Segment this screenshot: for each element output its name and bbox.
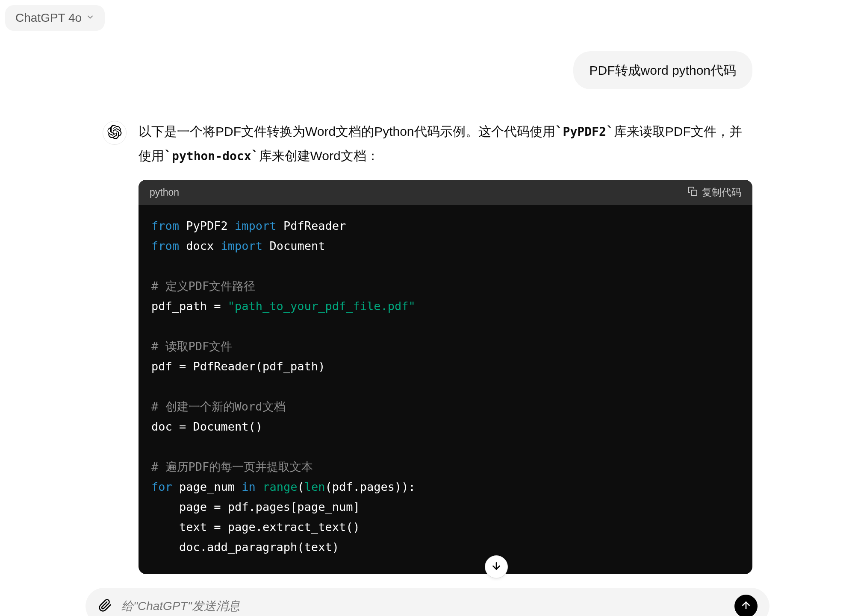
model-name: ChatGPT 4o: [15, 11, 82, 25]
copy-icon: [687, 186, 698, 199]
assistant-intro-pre: 以下是一个将PDF文件转换为Word文档的Python代码示例。这个代码使用: [139, 124, 555, 138]
code-header: python 复制代码: [139, 180, 752, 205]
code-language-label: python: [150, 187, 179, 198]
code-content: from PyPDF2 import PdfReader from docx i…: [151, 216, 740, 557]
user-message: PDF转成word python代码: [573, 51, 752, 89]
assistant-avatar: [103, 121, 127, 145]
model-selector[interactable]: ChatGPT 4o: [5, 5, 105, 31]
copy-code-button[interactable]: 复制代码: [687, 186, 741, 199]
code-block: python 复制代码 from PyPDF2 import PdfReader…: [139, 180, 752, 574]
assistant-lib1: PyPDF2: [563, 125, 606, 139]
openai-logo-icon: [107, 125, 122, 141]
composer: [86, 588, 770, 616]
assistant-content: 以下是一个将PDF文件转换为Word文档的Python代码示例。这个代码使用`P…: [139, 119, 752, 574]
copy-code-label: 复制代码: [702, 186, 741, 199]
assistant-lib2: python-docx: [172, 149, 251, 163]
attach-button[interactable]: [97, 598, 113, 614]
send-button[interactable]: [734, 595, 758, 616]
assistant-intro: 以下是一个将PDF文件转换为Word文档的Python代码示例。这个代码使用`P…: [139, 119, 752, 168]
arrow-down-icon: [491, 560, 502, 573]
assistant-intro-post: 库来创建Word文档：: [259, 149, 379, 163]
chevron-down-icon: [86, 13, 94, 23]
arrow-up-icon: [740, 600, 752, 613]
assistant-message-row: 以下是一个将PDF文件转换为Word文档的Python代码示例。这个代码使用`P…: [103, 119, 752, 574]
conversation: PDF转成word python代码 以下是一个将PDF文件转换为Word文档的…: [103, 51, 752, 574]
paperclip-icon: [98, 598, 112, 614]
code-body[interactable]: from PyPDF2 import PdfReader from docx i…: [139, 205, 752, 574]
svg-rect-0: [691, 190, 697, 196]
scroll-to-bottom-button[interactable]: [485, 555, 508, 578]
composer-input[interactable]: [121, 599, 726, 613]
user-message-row: PDF转成word python代码: [103, 51, 752, 89]
